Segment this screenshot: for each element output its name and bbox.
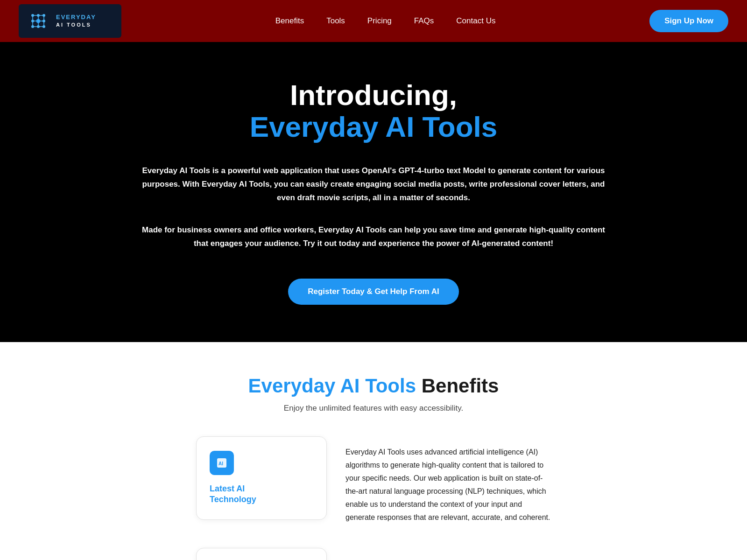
nav-item-faqs[interactable]: FAQs [414, 16, 434, 26]
logo-text: EVERYDAY AI TOOLS [56, 13, 96, 29]
hero-section: Introducing, Everyday AI Tools Everyday … [0, 42, 747, 342]
hero-heading-line2: Everyday AI Tools [250, 111, 498, 143]
hero-paragraph-1: Everyday AI Tools is a powerful web appl… [140, 164, 607, 205]
benefits-heading: Everyday AI Tools Benefits [37, 375, 710, 397]
nav-link-pricing[interactable]: Pricing [367, 16, 392, 25]
hero-paragraph-2: Made for business owners and office work… [140, 224, 607, 251]
benefit-description: Everyday AI Tools uses advanced artifici… [345, 436, 551, 524]
ai-chip-icon: AI [210, 451, 234, 475]
logo[interactable]: EVERYDAY AI TOOLS [19, 4, 121, 38]
benefits-content: AI Latest AI Technology AI [37, 436, 710, 560]
benefit-cards-column: AI Latest AI Technology AI [196, 436, 327, 560]
benefits-section: Everyday AI Tools Benefits Enjoy the unl… [0, 342, 747, 560]
hero-heading-line1: Introducing, [290, 79, 457, 111]
benefit-card-ai-tech: AI Latest AI Technology [196, 436, 327, 520]
card1-title: Latest AI Technology [210, 483, 313, 505]
register-cta-button[interactable]: Register Today & Get Help From AI [288, 279, 459, 305]
benefits-subheading: Enjoy the unlimited features with easy a… [37, 404, 710, 413]
benefits-heading-blue: Everyday AI Tools [248, 375, 416, 397]
signup-button[interactable]: Sign Up Now [649, 10, 728, 32]
nav-links: Benefits Tools Pricing FAQs Contact Us [275, 16, 496, 26]
benefit-desc-text: Everyday AI Tools uses advanced artifici… [345, 446, 551, 524]
nav-link-contact[interactable]: Contact Us [456, 16, 495, 25]
nav-item-benefits[interactable]: Benefits [275, 16, 304, 26]
svg-text:AI: AI [218, 461, 223, 466]
logo-icon [27, 10, 49, 32]
nav-link-benefits[interactable]: Benefits [275, 16, 304, 25]
nav-link-faqs[interactable]: FAQs [414, 16, 434, 25]
nav-item-contact[interactable]: Contact Us [456, 16, 495, 26]
benefits-heading-dark: Benefits [422, 375, 499, 397]
nav-item-tools[interactable]: Tools [326, 16, 345, 26]
navbar: EVERYDAY AI TOOLS Benefits Tools Pricing… [0, 0, 747, 42]
nav-item-pricing[interactable]: Pricing [367, 16, 392, 26]
benefit-card-second: AI [196, 548, 327, 560]
hero-heading: Introducing, Everyday AI Tools [140, 79, 607, 143]
nav-link-tools[interactable]: Tools [326, 16, 345, 25]
ai-icon-svg: AI [214, 455, 229, 470]
